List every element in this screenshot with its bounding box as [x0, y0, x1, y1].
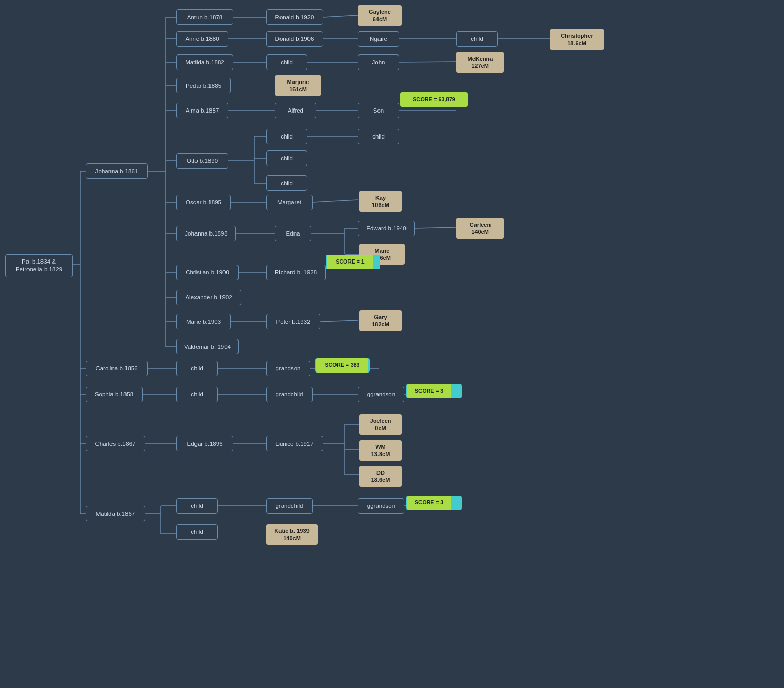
mat-score-label: SCORE = 3 — [415, 499, 443, 506]
sophia-child-label: child — [191, 391, 203, 398]
marie1903-node: Marie b.1903 — [176, 314, 231, 329]
carolina-child-label: child — [191, 365, 203, 373]
matilda1867-node: Matilda b.1867 — [86, 506, 145, 521]
charles1867-node: Charles b.1867 — [86, 436, 145, 451]
mat-child-label: child — [281, 59, 293, 66]
carolina-score-label: SCORE = 383 — [325, 362, 360, 369]
anne1880-node: Anne b.1880 — [176, 31, 228, 47]
christopher-node: Christopher 18.6cM — [550, 29, 604, 50]
carolina1856-node: Carolina b.1856 — [86, 361, 148, 376]
score2-label: SCORE = 1 — [335, 258, 364, 266]
mat-grandchild-node: grandchild — [266, 498, 313, 514]
edward1940-label: Edward b.1940 — [366, 225, 406, 232]
root-label: Pal b.1834 & Petronella b.1829 — [16, 258, 62, 273]
alma1887-node: Alma b.1887 — [176, 103, 228, 118]
wm-node: WM 13.8cM — [359, 440, 402, 461]
sophia-ggrandson-node: ggrandson — [358, 387, 404, 402]
gaylene-label: Gaylene 64cM — [369, 8, 391, 23]
edna-node: Edna — [275, 226, 311, 241]
mat-grandchild-label: grandchild — [275, 502, 303, 510]
gary-label: Gary 182cM — [372, 313, 389, 328]
edgar1896-node: Edgar b.1896 — [176, 436, 233, 451]
peter1932-node: Peter b.1932 — [266, 314, 320, 329]
pedar1885-label: Pedar b.1885 — [186, 82, 221, 90]
ronald1920-node: Ronald b.1920 — [266, 9, 323, 25]
christopher-label: Christopher 18.6cM — [561, 32, 593, 47]
marjorie-node: Marjorie 161cM — [275, 75, 321, 96]
child-ngaire-node: child — [456, 31, 498, 47]
svg-line-39 — [313, 200, 358, 202]
wm-label: WM 13.8cM — [371, 443, 390, 458]
mat-score-node: SCORE = 3 — [407, 496, 451, 510]
oscar1895-label: Oscar b.1895 — [186, 199, 221, 207]
otto-child2-label: child — [281, 155, 293, 162]
johanna1861-node: Johanna b.1861 — [86, 163, 148, 179]
matilda-child1-label: child — [191, 502, 203, 510]
carleen-label: Carleen 140cM — [470, 221, 491, 236]
alexander1902-node: Alexander b.1902 — [176, 290, 241, 305]
valdemar1904-label: Valdemar b. 1904 — [184, 343, 231, 351]
matilda-child2-label: child — [191, 528, 203, 536]
otto1890-label: Otto b.1890 — [187, 157, 218, 165]
alfred-label: Alfred — [288, 107, 303, 115]
marjorie-label: Marjorie 161cM — [287, 78, 310, 93]
svg-line-48 — [415, 227, 456, 228]
tree-container: Pal b.1834 & Petronella b.1829 Johanna b… — [0, 0, 784, 688]
svg-line-44 — [320, 320, 358, 322]
otto-child1b-label: child — [372, 133, 385, 141]
richard1928-node: Richard b. 1928 — [266, 265, 326, 280]
richard1928-label: Richard b. 1928 — [275, 269, 317, 277]
child-ngaire-label: child — [471, 35, 483, 43]
christian1900-label: Christian b.1900 — [186, 269, 229, 277]
otto-child1-node: child — [266, 129, 307, 144]
johanna1861-label: Johanna b.1861 — [95, 168, 138, 175]
joeleen-node: Joeleen 0cM — [359, 414, 402, 435]
otto-child3-label: child — [281, 180, 293, 187]
margaret-node: Margaret — [266, 195, 313, 210]
carolina-grandson-label: grandson — [276, 365, 301, 373]
antun1878-node: Antun b.1878 — [176, 9, 233, 25]
eunice1917-label: Eunice b.1917 — [275, 440, 314, 448]
ngaire-label: Ngaire — [370, 35, 387, 43]
root-node: Pal b.1834 & Petronella b.1829 — [5, 254, 73, 277]
otto-child3-node: child — [266, 175, 307, 191]
sophia1858-label: Sophia b.1858 — [95, 391, 133, 398]
katie1939-label: Katie b. 1939 140cM — [274, 527, 309, 542]
carolina1856-label: Carolina b.1856 — [95, 365, 137, 373]
ngaire-node: Ngaire — [358, 31, 399, 47]
antun1878-label: Antun b.1878 — [187, 13, 222, 21]
johanna1898-node: Johanna b.1898 — [176, 226, 236, 241]
carolina-child-node: child — [176, 361, 218, 376]
margaret-label: Margaret — [277, 199, 301, 207]
sophia-child-node: child — [176, 387, 218, 402]
matilda1882-label: Matilda b.1882 — [185, 59, 224, 66]
edna-label: Edna — [286, 230, 300, 238]
marie1903-label: Marie b.1903 — [186, 318, 221, 326]
matilda1882-node: Matilda b.1882 — [176, 54, 233, 70]
kay-node: Kay 106cM — [359, 191, 402, 212]
sophia-score-label: SCORE = 3 — [415, 388, 443, 395]
mat-ggrandson-node: ggrandson — [358, 498, 404, 514]
eunice1917-node: Eunice b.1917 — [266, 436, 323, 451]
john-label: John — [372, 59, 385, 66]
dd-label: DD 18.6cM — [371, 469, 390, 484]
score1-node: SCORE = 63,879 — [400, 92, 468, 107]
carolina-score-node: SCORE = 383 — [316, 358, 368, 373]
peter1932-label: Peter b.1932 — [276, 318, 311, 326]
alexander1902-label: Alexander b.1902 — [185, 294, 232, 301]
gaylene-node: Gaylene 64cM — [358, 5, 402, 26]
katie1939-node: Katie b. 1939 140cM — [266, 524, 318, 545]
joeleen-label: Joeleen 0cM — [370, 417, 391, 432]
donald1906-node: Donald b.1906 — [266, 31, 323, 47]
sophia-ggrandson-label: ggrandson — [367, 391, 395, 398]
oscar1895-node: Oscar b.1895 — [176, 195, 231, 210]
svg-line-46 — [399, 62, 456, 62]
sophia-score-node: SCORE = 3 — [407, 384, 451, 398]
dd-node: DD 18.6cM — [359, 466, 402, 487]
matilda1867-label: Matilda b.1867 — [96, 510, 135, 518]
sophia-grandchild-node: grandchild — [266, 387, 313, 402]
otto-child1b-node: child — [358, 129, 399, 144]
sophia1858-node: Sophia b.1858 — [86, 387, 143, 402]
john-node: John — [358, 54, 399, 70]
svg-line-34 — [323, 15, 358, 17]
